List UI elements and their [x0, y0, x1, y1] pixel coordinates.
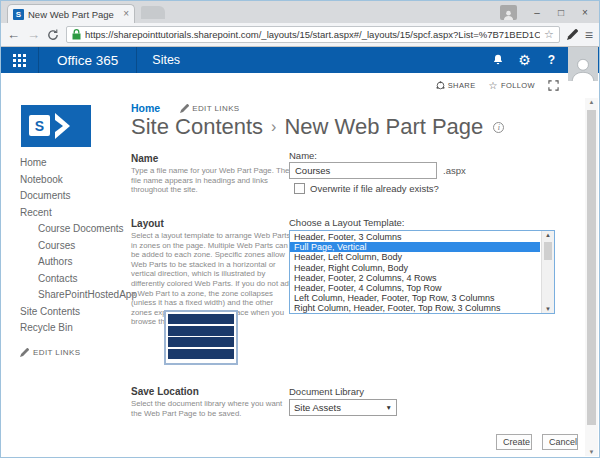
- document-library-dropdown[interactable]: Site Assets ▼: [289, 399, 397, 416]
- create-button[interactable]: Create: [496, 434, 532, 450]
- sharepoint-logo-chevron-notch: [55, 120, 63, 132]
- sidebar-item-site-contents[interactable]: Site Contents: [20, 304, 128, 321]
- name-section-heading: Name: [131, 153, 158, 164]
- edit-links-sidebar-label: EDIT LINKS: [33, 348, 80, 357]
- page-title: Site Contents › New Web Part Page i: [131, 114, 504, 140]
- sidebar-item-documents[interactable]: Documents: [20, 188, 128, 205]
- forward-button[interactable]: →: [27, 28, 40, 41]
- refresh-button[interactable]: [47, 29, 59, 41]
- bookmark-star-icon[interactable]: ☆: [544, 29, 554, 40]
- sidebar-item-sharepointhostedapp[interactable]: SharePointHostedApp: [20, 287, 128, 304]
- overwrite-option: Overwrite if file already exists?: [294, 183, 439, 194]
- aspx-extension-label: .aspx: [443, 165, 466, 176]
- url-text[interactable]: https://sharepointtutorials.sharepoint.c…: [85, 29, 540, 40]
- layout-option-selected[interactable]: Full Page, Vertical: [290, 242, 540, 252]
- new-tab-button[interactable]: [141, 6, 165, 19]
- layout-option[interactable]: Left Column, Header, Footer, Top Row, 3 …: [290, 293, 540, 303]
- layout-section-heading: Layout: [131, 218, 164, 229]
- layout-template-listbox[interactable]: Header, Footer, 3 Columns Full Page, Ver…: [289, 230, 555, 314]
- page-title-parent[interactable]: Site Contents: [131, 114, 263, 140]
- help-icon[interactable]: ?: [538, 47, 565, 73]
- sharepoint-favicon-icon: S: [13, 9, 24, 20]
- layout-option[interactable]: Header, Left Column, Body: [290, 252, 540, 262]
- sidebar-item-notebook[interactable]: Notebook: [20, 172, 128, 189]
- back-button[interactable]: ←: [7, 28, 20, 41]
- scroll-up-icon[interactable]: ▲: [542, 232, 554, 238]
- sites-link[interactable]: Sites: [137, 47, 195, 73]
- sharepoint-logo-letter: S: [29, 115, 50, 136]
- extension-icon[interactable]: [567, 29, 578, 40]
- home-nav-link[interactable]: Home: [131, 102, 160, 114]
- share-button[interactable]: SHARE: [436, 81, 476, 90]
- document-library-label: Document Library: [289, 386, 364, 397]
- user-avatar[interactable]: [568, 47, 598, 81]
- pencil-icon: [180, 104, 189, 113]
- layout-option[interactable]: Header, Right Column, Body: [290, 263, 540, 273]
- share-label: SHARE: [448, 81, 476, 90]
- https-lock-icon: [72, 29, 81, 40]
- cancel-button[interactable]: Cancel: [542, 434, 578, 450]
- pencil-icon: [20, 348, 29, 357]
- address-bar[interactable]: https://sharepointtutorials.sharepoint.c…: [66, 26, 560, 43]
- info-icon[interactable]: i: [493, 122, 504, 133]
- edit-links-top-label: EDIT LINKS: [192, 104, 239, 113]
- preview-zone-bar: [168, 314, 234, 324]
- layout-option[interactable]: Right Column, Header, Footer, Top Row, 3…: [290, 303, 540, 313]
- name-input[interactable]: [289, 162, 437, 179]
- notifications-bell-icon[interactable]: [484, 47, 511, 73]
- tab-title: New Web Part Page: [28, 9, 119, 20]
- tab-close-icon[interactable]: ×: [123, 9, 129, 19]
- title-separator: ›: [271, 118, 276, 136]
- layout-preview-image: [164, 310, 238, 365]
- follow-star-icon: ☆: [489, 81, 498, 91]
- browser-window: S New Web Part Page × – □ × ← → https://…: [0, 0, 600, 458]
- maximize-button[interactable]: □: [549, 7, 573, 18]
- dropdown-arrow-icon: ▼: [386, 404, 392, 411]
- page-scroll-up-icon[interactable]: ▲: [585, 99, 598, 105]
- page-scroll-down-icon[interactable]: ▼: [585, 449, 598, 455]
- page-scrollbar-thumb[interactable]: [587, 110, 596, 425]
- focus-mode-icon[interactable]: [548, 80, 559, 91]
- edit-links-sidebar-button[interactable]: EDIT LINKS: [20, 348, 128, 357]
- app-launcher-waffle-icon[interactable]: [1, 47, 39, 73]
- scroll-down-icon[interactable]: ▼: [542, 306, 554, 312]
- sidebar-item-contacts[interactable]: Contacts: [20, 271, 128, 288]
- minimize-button[interactable]: –: [525, 7, 549, 18]
- browser-toolbar: ← → https://sharepointtutorials.sharepoi…: [1, 23, 599, 47]
- document-library-value: Site Assets: [294, 402, 386, 413]
- sidebar-item-recycle-bin[interactable]: Recycle Bin: [20, 320, 128, 337]
- preview-zone-bar: [168, 337, 234, 347]
- follow-label: FOLLOW: [501, 81, 535, 90]
- layout-option[interactable]: Header, Footer, 2 Columns, 4 Rows: [290, 273, 540, 283]
- listbox-scrollbar-thumb[interactable]: [544, 242, 552, 260]
- page-scrollbar[interactable]: ▲ ▼: [585, 98, 598, 456]
- overwrite-checkbox[interactable]: [294, 183, 305, 194]
- sidebar-item-home[interactable]: Home: [20, 155, 128, 172]
- listbox-scrollbar[interactable]: ▲ ▼: [541, 231, 554, 313]
- browser-profile-icon[interactable]: [500, 5, 517, 20]
- settings-gear-icon[interactable]: ⚙: [511, 47, 538, 73]
- office365-brand[interactable]: Office 365: [39, 47, 137, 73]
- sidebar-item-authors[interactable]: Authors: [20, 254, 128, 271]
- office365-suite-bar: Office 365 Sites ⚙ ?: [1, 47, 599, 73]
- save-section-description: Select the document library where you wa…: [131, 399, 295, 418]
- overwrite-label: Overwrite if file already exists?: [310, 183, 439, 194]
- preview-zone-bar: [168, 349, 234, 359]
- name-field-label: Name:: [289, 150, 317, 161]
- browser-menu-icon[interactable]: ≡: [585, 28, 593, 42]
- follow-button[interactable]: ☆ FOLLOW: [489, 81, 535, 91]
- breadcrumb: Home EDIT LINKS: [131, 102, 240, 114]
- save-section-heading: Save Location: [131, 386, 199, 397]
- sidebar-item-course-docoments[interactable]: Course Docoments: [20, 221, 128, 238]
- close-button[interactable]: ×: [573, 7, 597, 18]
- browser-tab[interactable]: S New Web Part Page ×: [7, 4, 135, 23]
- layout-option[interactable]: Header, Footer, 3 Columns: [290, 232, 540, 242]
- sidebar-item-courses[interactable]: Courses: [20, 238, 128, 255]
- browser-titlebar: S New Web Part Page × – □ ×: [1, 1, 599, 23]
- preview-zone-bar: [168, 326, 234, 336]
- layout-option[interactable]: Header, Footer, 4 Columns, Top Row: [290, 283, 540, 293]
- name-section-description: Type a file name for your Web Part Page.…: [131, 166, 295, 195]
- sidebar-item-recent[interactable]: Recent: [20, 205, 128, 222]
- edit-links-top-button[interactable]: EDIT LINKS: [180, 104, 239, 113]
- page-action-bar: SHARE ☆ FOLLOW: [1, 73, 599, 98]
